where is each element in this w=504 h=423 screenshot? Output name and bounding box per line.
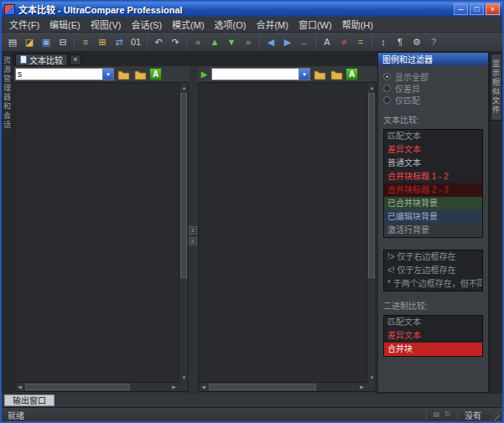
right-editor-area[interactable]: ▲ ▼ ◀ ▶ xyxy=(198,82,377,392)
left-path-input[interactable] xyxy=(16,69,102,80)
left-pane-header: ▼ A xyxy=(13,66,190,82)
legend-row: !> 仅于右边框存在 xyxy=(384,250,482,264)
scroll-up-icon[interactable]: ▲ xyxy=(367,83,377,92)
output-row: 输出窗口 xyxy=(2,393,502,407)
right-horizontal-scrollbar[interactable]: ◀ ▶ xyxy=(199,382,366,391)
legend-row: * 于两个边框存在，但不同 xyxy=(384,277,482,291)
print-icon[interactable]: ⊟ xyxy=(55,34,70,49)
menu-item[interactable]: 选项(O) xyxy=(210,16,252,33)
legend-panel-title: 图例和过滤器 xyxy=(378,53,488,65)
scroll-thumb[interactable] xyxy=(180,93,187,278)
output-window-tab[interactable]: 输出窗口 xyxy=(4,395,55,406)
legend-filter-radio[interactable]: 仅匹配 xyxy=(383,94,483,106)
chevron-down-icon[interactable]: ▼ xyxy=(102,69,113,80)
legend-filter-radio[interactable]: 仅差异 xyxy=(383,82,483,94)
left-path-combo: ▼ xyxy=(15,68,114,80)
show-match-icon[interactable]: = xyxy=(353,34,368,49)
merge-gutter: ≡ ≡ xyxy=(190,66,197,393)
wrap-icon[interactable]: ¶ xyxy=(392,34,408,49)
titlebar: 文本比较 - UltraCompare Professional ─ □ × xyxy=(2,2,502,17)
chevron-down-icon[interactable]: ▼ xyxy=(299,69,309,80)
legend-filter-panel: 图例和过滤器 显示全部仅差异仅匹配 文本比较: 匹配文本差异文本普通文本合并块标… xyxy=(377,52,489,393)
merge-gutter-top-icon[interactable]: ≡ xyxy=(189,226,197,235)
right-vertical-scrollbar[interactable]: ▲ ▼ xyxy=(366,83,376,382)
first-diff-icon[interactable]: « xyxy=(190,34,205,49)
close-button-icon[interactable]: × xyxy=(486,3,500,15)
merge-gutter-bottom-icon[interactable]: ≡ xyxy=(189,237,197,245)
menu-item[interactable]: 合并(M) xyxy=(251,16,294,33)
right-text-format-icon[interactable]: A xyxy=(346,68,358,80)
status-right-text: 没有 xyxy=(465,409,481,421)
radio-label: 仅差异 xyxy=(395,82,420,95)
scroll-thumb[interactable] xyxy=(368,93,375,278)
menu-item[interactable]: 视图(V) xyxy=(86,16,127,33)
menu-item[interactable]: 窗口(W) xyxy=(294,16,337,33)
left-horizontal-scrollbar[interactable]: ◀ ▶ xyxy=(15,382,179,391)
scroll-down-icon[interactable]: ▼ xyxy=(367,373,377,382)
undo-icon[interactable]: ↶ xyxy=(151,34,166,49)
status-file-icon[interactable]: ▤ xyxy=(431,410,442,420)
new-session-icon[interactable]: ▤ xyxy=(5,34,20,49)
merge-compare-icon[interactable]: ⇄ xyxy=(112,34,127,49)
app-icon xyxy=(4,4,15,15)
right-path-input[interactable] xyxy=(212,69,299,80)
merge-all-icon[interactable]: ↔ xyxy=(297,34,312,49)
right-browse-folder-icon[interactable] xyxy=(329,68,344,81)
left-vertical-scrollbar[interactable]: ▲ ▼ xyxy=(179,83,188,382)
left-text-format-icon[interactable]: A xyxy=(149,68,162,80)
next-diff-icon[interactable]: ▼ xyxy=(224,34,239,49)
folder-compare-icon[interactable]: ⊞ xyxy=(95,34,110,49)
toolbar-separator xyxy=(147,35,148,49)
show-diff-icon[interactable]: ≠ xyxy=(336,34,351,49)
left-browse-folder-icon[interactable] xyxy=(132,68,148,81)
scroll-down-icon[interactable]: ▼ xyxy=(179,373,189,382)
start-compare-icon[interactable]: ▶ xyxy=(199,69,210,80)
text-compare-icon[interactable]: ≡ xyxy=(78,34,93,49)
left-browse-file-icon[interactable] xyxy=(116,68,131,81)
right-browse-file-icon[interactable] xyxy=(312,68,327,81)
resize-grip[interactable] xyxy=(490,410,500,420)
toolbar-separator xyxy=(74,35,75,49)
left-dock-strip[interactable]: 资源管理器和会话 xyxy=(2,52,13,393)
tabbar: 文本比较 × xyxy=(13,52,377,66)
tab-text-compare[interactable]: 文本比较 xyxy=(15,54,68,66)
scroll-right-icon[interactable]: ▶ xyxy=(169,383,179,392)
scroll-up-icon[interactable]: ▲ xyxy=(179,83,189,92)
scroll-left-icon[interactable]: ◀ xyxy=(199,383,208,392)
scroll-right-icon[interactable]: ▶ xyxy=(357,383,366,392)
legend-row: 合并块标题 2 - 3 xyxy=(384,183,482,197)
last-diff-icon[interactable]: » xyxy=(241,34,256,49)
binary-compare-icon[interactable]: 01 xyxy=(128,34,143,49)
scroll-left-icon[interactable]: ◀ xyxy=(15,383,24,392)
merge-right-icon[interactable]: ▶ xyxy=(280,34,295,49)
right-dock-tab[interactable]: 显示相似文件 xyxy=(491,54,502,121)
menu-item[interactable]: 编辑(E) xyxy=(44,16,86,33)
prev-diff-icon[interactable]: ▲ xyxy=(207,34,222,49)
left-editor-area[interactable]: ▲ ▼ ◀ ▶ xyxy=(14,82,189,392)
status-refresh-icon[interactable]: ↻ xyxy=(442,410,453,420)
statusbar: 就绪 ▤ ↻ 没有 xyxy=(2,407,502,421)
open-session-icon[interactable]: ◪ xyxy=(22,34,37,49)
minimize-button-icon[interactable]: ─ xyxy=(454,3,468,15)
window-title: 文本比较 - UltraCompare Professional xyxy=(18,3,454,16)
maximize-button-icon[interactable]: □ xyxy=(470,3,484,15)
save-session-icon[interactable]: ▣ xyxy=(39,34,54,49)
legend-text-box: 匹配文本差异文本普通文本合并块标题 1 - 2合并块标题 2 - 3已合并块背景… xyxy=(383,129,483,238)
tab-close-icon[interactable]: × xyxy=(70,54,81,65)
merge-left-icon[interactable]: ◀ xyxy=(263,34,278,49)
options-icon[interactable]: ⚙ xyxy=(409,34,424,49)
menu-item[interactable]: 会话(S) xyxy=(126,16,167,33)
show-all-icon[interactable]: A xyxy=(320,34,335,49)
legend-filter-radio[interactable]: 显示全部 xyxy=(383,70,483,82)
redo-icon[interactable]: ↷ xyxy=(168,34,183,49)
menu-item[interactable]: 模式(M) xyxy=(167,16,210,33)
toolbar-separator xyxy=(315,35,316,49)
menu-item[interactable]: 帮助(H) xyxy=(337,16,378,33)
left-compare-pane: ▼ A ▲ ▼ ◀ ▶ xyxy=(13,66,190,393)
sync-scroll-icon[interactable]: ↕ xyxy=(376,34,391,49)
legend-radios: 显示全部仅差异仅匹配 xyxy=(383,70,483,106)
scroll-thumb[interactable] xyxy=(25,384,130,390)
menu-item[interactable]: 文件(F) xyxy=(4,16,44,33)
scroll-thumb[interactable] xyxy=(209,384,316,390)
help-icon[interactable]: ? xyxy=(426,34,441,49)
